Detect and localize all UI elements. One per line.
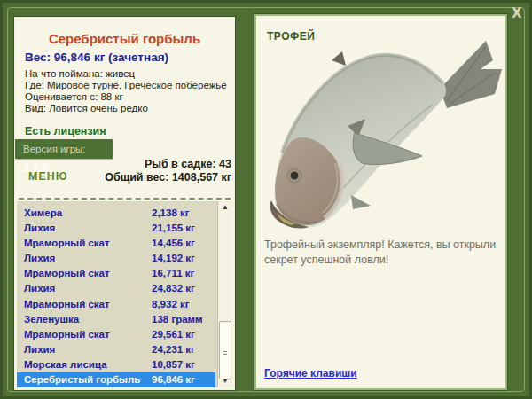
fish-name: Мраморный скат bbox=[24, 329, 110, 340]
fish-weight: 96,846 кг bbox=[152, 372, 195, 387]
fish-name: Лихия bbox=[24, 344, 55, 355]
game-version-badge: Версия игры: 3.7.6 bbox=[15, 139, 113, 159]
fish-weight: 138 грамм bbox=[152, 312, 203, 327]
keepnet-count: Рыб в садке: 43 bbox=[105, 158, 231, 171]
fish-name: Мраморный скат bbox=[24, 299, 110, 309]
detail-location: Где: Мировое турне, Греческое побережье bbox=[25, 80, 227, 91]
catch-list: Химера 2,138 кг Лихия 21,155 кг Мраморны… bbox=[17, 201, 232, 387]
fish-weight: 14,456 кг bbox=[152, 236, 195, 251]
fish-weight: 29,561 кг bbox=[152, 327, 195, 342]
fish-name: Мраморный скат bbox=[24, 268, 110, 278]
catch-list-row[interactable]: Морская лисица 10,857 кг bbox=[17, 357, 215, 372]
fish-weight: 21,155 кг bbox=[152, 221, 195, 236]
menu-button[interactable]: МЕНЮ bbox=[28, 170, 68, 183]
fish-name: Лихия bbox=[24, 283, 55, 293]
detail-bait: На что поймана: живец bbox=[25, 68, 227, 80]
dashed-separator bbox=[19, 198, 231, 200]
catch-list-row[interactable]: Мраморный скат 14,456 кг bbox=[17, 236, 215, 251]
fish-weight: 8,932 кг bbox=[152, 297, 190, 312]
close-button[interactable]: X bbox=[512, 5, 522, 21]
detail-rarity: Вид: Ловится очень редко bbox=[25, 103, 227, 114]
fish-name: Серебристый горбыль bbox=[24, 374, 140, 385]
catch-list-row[interactable]: Серебристый горбыль 96,846 кг bbox=[17, 372, 215, 387]
fish-name: Мраморный скат bbox=[24, 238, 110, 248]
fish-name: Зеленушка bbox=[24, 314, 79, 325]
version-label: Версия игры: bbox=[23, 144, 86, 154]
fish-name: Морская лисица bbox=[24, 359, 107, 370]
catch-list-row[interactable]: Мраморный скат 16,711 кг bbox=[17, 266, 215, 281]
catch-list-row[interactable]: Лихия 14,192 кг bbox=[17, 251, 215, 266]
catch-list-row[interactable]: Лихия 24,231 кг bbox=[17, 342, 215, 357]
fish-title: Серебристый горбыль bbox=[15, 31, 234, 46]
scroll-thumb-grip bbox=[223, 348, 227, 355]
fish-details: На что поймана: живец Где: Мировое турне… bbox=[25, 68, 227, 114]
scroll-up-icon[interactable]: ▲ bbox=[218, 201, 232, 214]
trophy-caption: Трофейный экземпляр! Кажется, вы открыли… bbox=[264, 238, 500, 268]
catch-list-row[interactable]: Мраморный скат 29,561 кг bbox=[17, 327, 215, 342]
scrollbar-thumb[interactable] bbox=[219, 321, 231, 379]
detail-rated-from: Оценивается с: 88 кг bbox=[25, 91, 227, 103]
license-status: Есть лицензия bbox=[25, 125, 106, 137]
catch-list-row[interactable]: Зеленушка 138 грамм bbox=[17, 312, 215, 327]
fish-weight: 24,231 кг bbox=[152, 342, 195, 357]
fish-weight: 10,857 кг bbox=[152, 357, 195, 372]
fish-weight-line: Вес: 96,846 кг (зачетная) bbox=[25, 51, 168, 64]
keepnet-summary: Рыб в садке: 43 Общий вес: 1408,567 кг bbox=[105, 158, 231, 184]
trophy-fish-image bbox=[259, 30, 504, 236]
catch-list-row[interactable]: Химера 2,138 кг bbox=[17, 206, 215, 221]
catch-list-scrollbar[interactable]: ▲ ▼ bbox=[217, 201, 232, 387]
fish-name: Химера bbox=[24, 207, 62, 218]
scroll-down-icon[interactable]: ▼ bbox=[218, 375, 232, 387]
fish-weight: 24,832 кг bbox=[152, 281, 195, 296]
catch-list-row[interactable]: Лихия 24,832 кг bbox=[17, 281, 215, 296]
trophy-panel: ТРОФЕЙ bbox=[254, 14, 507, 390]
fish-weight: 2,138 кг bbox=[152, 206, 190, 221]
fish-weight: 14,192 кг bbox=[152, 251, 195, 266]
fish-info-panel: Серебристый горбыль Вес: 96,846 кг (заче… bbox=[14, 17, 235, 390]
catch-list-row[interactable]: Мраморный скат 8,932 кг bbox=[17, 297, 215, 312]
fish-weight: 16,711 кг bbox=[152, 266, 194, 281]
keepnet-total-weight: Общий вес: 1408,567 кг bbox=[105, 171, 231, 184]
catch-list-row[interactable]: Лихия 21,155 кг bbox=[17, 221, 215, 236]
hotkeys-link[interactable]: Горячие клавиши bbox=[264, 367, 357, 379]
fish-name: Лихия bbox=[24, 223, 55, 233]
fish-name: Лихия bbox=[24, 253, 55, 263]
